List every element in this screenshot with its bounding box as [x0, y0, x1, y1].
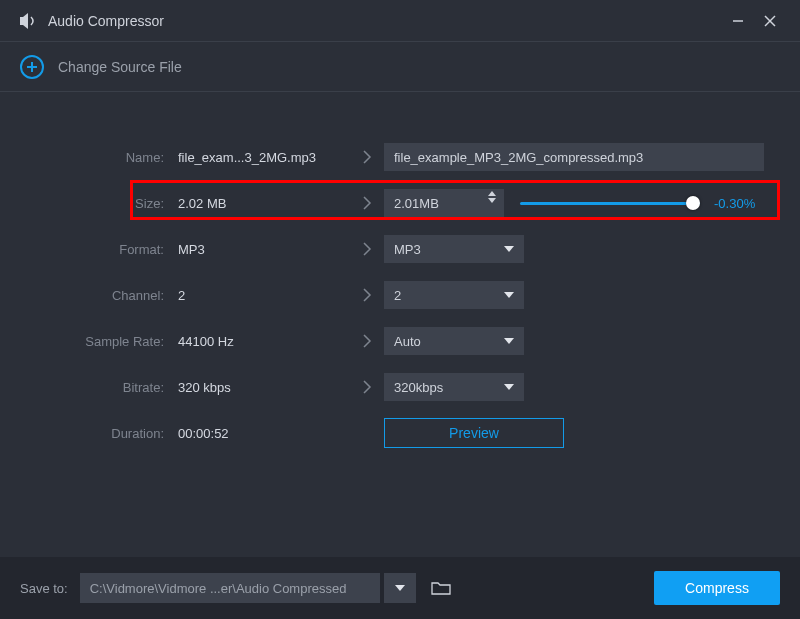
bitrate-selected: 320kbps	[394, 380, 443, 395]
row-bitrate: Bitrate: 320 kbps 320kbps	[0, 364, 772, 410]
arrow-icon	[350, 149, 384, 165]
size-spin-up[interactable]	[488, 191, 496, 196]
format-dropdown[interactable]: MP3	[384, 235, 524, 263]
chevron-down-icon	[504, 292, 514, 298]
footer-bar: Save to: C:\Vidmore\Vidmore ...er\Audio …	[0, 557, 800, 619]
preview-button[interactable]: Preview	[384, 418, 564, 448]
samplerate-original: 44100 Hz	[178, 334, 350, 349]
row-channel: Channel: 2 2	[0, 272, 772, 318]
channel-label: Channel:	[0, 288, 178, 303]
duration-label: Duration:	[0, 426, 178, 441]
duration-value: 00:00:52	[178, 426, 350, 441]
channel-dropdown[interactable]: 2	[384, 281, 524, 309]
save-path-field[interactable]: C:\Vidmore\Vidmore ...er\Audio Compresse…	[80, 573, 380, 603]
row-name: Name: file_exam...3_2MG.mp3 file_example…	[0, 134, 772, 180]
arrow-icon	[350, 287, 384, 303]
format-original: MP3	[178, 242, 350, 257]
size-target-input[interactable]: 2.01MB	[384, 189, 504, 217]
arrow-icon	[350, 241, 384, 257]
arrow-icon	[350, 333, 384, 349]
channel-original: 2	[178, 288, 350, 303]
row-duration: Duration: 00:00:52 Preview	[0, 410, 772, 456]
chevron-down-icon	[504, 384, 514, 390]
change-source-button[interactable]: Change Source File	[58, 59, 182, 75]
bitrate-dropdown[interactable]: 320kbps	[384, 373, 524, 401]
chevron-down-icon	[504, 246, 514, 252]
arrow-icon	[350, 379, 384, 395]
name-original: file_exam...3_2MG.mp3	[178, 150, 350, 165]
slider-track	[520, 202, 700, 205]
arrow-icon	[350, 195, 384, 211]
name-label: Name:	[0, 150, 178, 165]
size-original: 2.02 MB	[178, 196, 350, 211]
change-source-row: Change Source File	[0, 42, 800, 92]
format-selected: MP3	[394, 242, 421, 257]
close-button[interactable]	[754, 5, 786, 37]
settings-form: Name: file_exam...3_2MG.mp3 file_example…	[0, 92, 800, 456]
svg-rect-0	[20, 17, 23, 25]
bitrate-label: Bitrate:	[0, 380, 178, 395]
save-path-dropdown[interactable]	[384, 573, 416, 603]
size-delta: -0.30%	[714, 196, 755, 211]
chevron-down-icon	[504, 338, 514, 344]
size-target-value: 2.01MB	[394, 196, 439, 211]
size-spin-down[interactable]	[488, 198, 496, 203]
row-size: Size: 2.02 MB 2.01MB -0.30%	[0, 180, 772, 226]
row-format: Format: MP3 MP3	[0, 226, 772, 272]
minimize-button[interactable]	[722, 5, 754, 37]
open-folder-button[interactable]	[426, 573, 456, 603]
chevron-down-icon	[395, 585, 405, 591]
samplerate-label: Sample Rate:	[0, 334, 178, 349]
add-icon[interactable]	[20, 55, 44, 79]
slider-thumb[interactable]	[686, 196, 700, 210]
channel-selected: 2	[394, 288, 401, 303]
format-label: Format:	[0, 242, 178, 257]
save-to-label: Save to:	[20, 581, 68, 596]
output-name-input[interactable]: file_example_MP3_2MG_compressed.mp3	[384, 143, 764, 171]
row-samplerate: Sample Rate: 44100 Hz Auto	[0, 318, 772, 364]
size-slider[interactable]	[520, 193, 700, 213]
samplerate-dropdown[interactable]: Auto	[384, 327, 524, 355]
samplerate-selected: Auto	[394, 334, 421, 349]
title-bar: Audio Compressor	[0, 0, 800, 42]
bitrate-original: 320 kbps	[178, 380, 350, 395]
compress-button[interactable]: Compress	[654, 571, 780, 605]
size-label: Size:	[0, 196, 178, 211]
app-icon	[18, 11, 38, 31]
app-title: Audio Compressor	[48, 13, 722, 29]
